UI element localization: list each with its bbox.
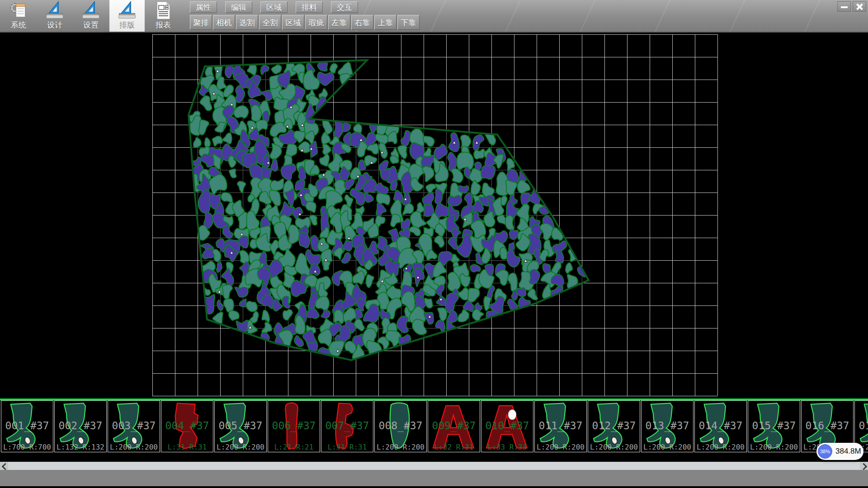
horizontal-scrollbar[interactable]	[0, 462, 868, 470]
launcher-label: 排版	[109, 20, 145, 30]
scroll-left-button[interactable]	[0, 462, 8, 470]
launcher-item-design[interactable]: 设计	[37, 0, 72, 32]
part-thumbnail-010_#37[interactable]: 010_#37L:33 R:33	[481, 400, 533, 452]
menu-tab-5[interactable]: 交互	[331, 1, 358, 13]
part-shape	[322, 401, 372, 451]
part-shape	[642, 401, 692, 451]
action-button-5[interactable]: 区域	[282, 15, 304, 30]
report-doc-icon	[153, 0, 173, 20]
part-thumbnail-007_#37[interactable]: 007_#37L:31 R:31	[321, 400, 373, 452]
part-shape	[2, 401, 52, 451]
part-shape	[536, 401, 585, 451]
part-thumbnail-001_#37[interactable]: 001_#37L:700 R:700	[1, 400, 53, 452]
part-thumbnail-004_#37[interactable]: 004_#37L:31 R:31	[161, 400, 213, 452]
launcher-item-nesting[interactable]: 排版	[109, 0, 145, 32]
part-thumbnail-012_#37[interactable]: 012_#37L:200 R:200	[588, 400, 640, 452]
action-button-3[interactable]: 选割	[236, 15, 258, 30]
minimize-button[interactable]	[837, 1, 851, 12]
part-shape	[429, 401, 479, 451]
part-shape	[376, 401, 425, 451]
action-button-9[interactable]: 上靠	[374, 15, 396, 30]
status-footer	[0, 470, 868, 486]
part-shape	[696, 401, 745, 451]
action-button-6[interactable]: 瑕疵	[305, 15, 327, 30]
nesting-stage: 001_#37L:700 R:700002_#37L:132 R:132003_…	[0, 33, 868, 462]
menu-tab-2[interactable]: 编辑	[225, 1, 252, 13]
chevron-right-icon	[860, 463, 868, 470]
part-shape	[162, 401, 212, 451]
action-button-1[interactable]: 聚排	[190, 15, 212, 30]
launcher-item-report[interactable]: 报表	[146, 0, 181, 32]
launcher-label: 设置	[73, 20, 108, 30]
part-shape	[216, 401, 265, 451]
launcher-item-settings[interactable]: 设置	[73, 0, 108, 32]
window-bottom-edge	[0, 486, 868, 488]
module-launcher: 系统设计设置排版报表	[1, 0, 182, 33]
part-thumbnail-015_#37[interactable]: 015_#37L:200 R:200	[748, 400, 800, 452]
action-button-2[interactable]: 相机	[213, 15, 235, 30]
nesting-canvas[interactable]	[0, 33, 868, 399]
gear-doc-icon	[9, 0, 28, 20]
action-button-8[interactable]: 右靠	[351, 15, 373, 30]
close-button[interactable]	[853, 1, 866, 12]
part-thumbnail-009_#37[interactable]: 009_#37L:32 R:31	[428, 400, 480, 452]
memory-status-bubble[interactable]: 38% 384.8M	[816, 443, 863, 460]
action-button-10[interactable]: 下靠	[397, 15, 420, 30]
memory-usage-label: 384.8M	[835, 443, 861, 460]
set-square-icon	[81, 0, 101, 20]
progress-percent-badge: 38%	[818, 444, 832, 459]
menu-tab-3[interactable]: 区域	[260, 1, 288, 13]
app-window: 系统设计设置排版报表 属性编辑区域排料交互 聚排相机选割全割区域瑕疵左靠右靠上靠…	[0, 0, 868, 488]
scroll-right-button[interactable]	[860, 462, 868, 470]
launcher-label: 系统	[1, 20, 36, 30]
part-thumbnail-006_#37[interactable]: 006_#37L:21 R:21	[268, 400, 320, 452]
action-button-row: 聚排相机选割全割区域瑕疵左靠右靠上靠下靠	[190, 15, 420, 30]
part-thumbnail-014_#37[interactable]: 014_#37L:200 R:200	[694, 400, 747, 452]
part-shape	[56, 401, 105, 451]
part-thumbnail-002_#37[interactable]: 002_#37L:132 R:132	[54, 400, 107, 452]
window-controls	[837, 1, 866, 12]
part-shape	[589, 401, 639, 451]
launcher-item-system[interactable]: 系统	[1, 0, 36, 32]
launcher-label: 设计	[37, 20, 72, 30]
menu-tab-row: 属性编辑区域排料交互	[190, 1, 420, 13]
set-square-icon	[117, 0, 137, 20]
part-shape	[482, 401, 532, 451]
part-shape	[269, 401, 319, 451]
part-thumbnail-013_#37[interactable]: 013_#37L:200 R:200	[641, 400, 693, 452]
part-shape	[109, 401, 159, 451]
part-thumbnail-005_#37[interactable]: 005_#37L:200 R:200	[214, 400, 267, 452]
launcher-label: 报表	[146, 20, 181, 30]
part-thumbnail-011_#37[interactable]: 011_#37L:200 R:200	[534, 400, 587, 452]
action-button-7[interactable]: 左靠	[328, 15, 350, 30]
set-square-icon	[45, 0, 65, 20]
part-thumbnail-003_#37[interactable]: 003_#37L:200 R:200	[108, 400, 160, 452]
main-toolbar: 系统设计设置排版报表 属性编辑区域排料交互 聚排相机选割全割区域瑕疵左靠右靠上靠…	[0, 0, 868, 33]
part-shape	[749, 401, 799, 451]
parts-strip: 001_#37L:700 R:700002_#37L:132 R:132003_…	[0, 399, 868, 454]
menu-area: 属性编辑区域排料交互 聚排相机选割全割区域瑕疵左靠右靠上靠下靠	[190, 1, 420, 30]
menu-tab-4[interactable]: 排料	[296, 1, 323, 13]
part-thumbnail-008_#37[interactable]: 008_#37L:200 R:200	[374, 400, 427, 452]
menu-tab-1[interactable]: 属性	[190, 1, 217, 13]
action-button-4[interactable]: 全割	[259, 15, 281, 30]
minimize-icon	[841, 6, 848, 8]
parts-strip-cells: 001_#37L:700 R:700002_#37L:132 R:132003_…	[1, 400, 868, 452]
chevron-left-icon	[2, 463, 9, 470]
